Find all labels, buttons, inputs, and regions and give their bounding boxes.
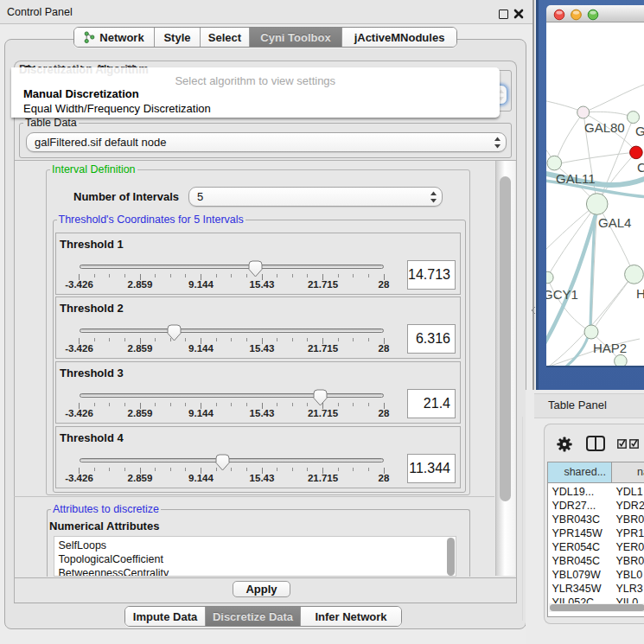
svg-text:GAL80: GAL80 — [584, 120, 625, 135]
svg-text:H: H — [636, 286, 644, 301]
svg-text:GA: GA — [635, 124, 644, 138]
svg-text:GAL11: GAL11 — [556, 171, 596, 186]
svg-text:C: C — [637, 160, 644, 175]
svg-text:GAL4: GAL4 — [598, 215, 631, 230]
svg-text:HAP2: HAP2 — [593, 341, 627, 355]
svg-text:GCY1: GCY1 — [546, 287, 578, 302]
